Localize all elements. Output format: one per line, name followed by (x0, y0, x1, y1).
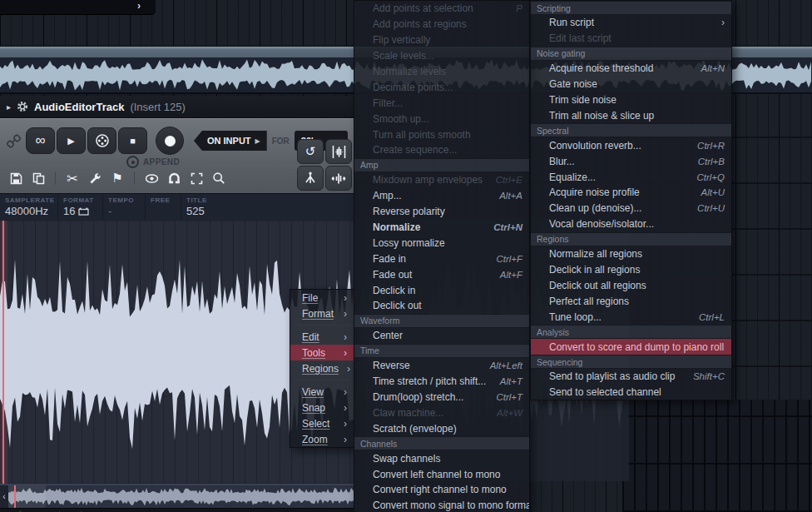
toolbar-separator (55, 171, 56, 185)
menu-item-normalize-all-regions[interactable]: Normalize all regions (531, 246, 731, 262)
link-icon[interactable] (7, 134, 21, 148)
reel-button[interactable] (87, 127, 116, 154)
copy-button[interactable] (31, 171, 46, 186)
append-radio[interactable] (126, 156, 139, 168)
play-button[interactable]: ▶ (57, 127, 86, 154)
menu-separator (290, 376, 354, 384)
overview-scroll-left-button[interactable]: ‹ (0, 485, 8, 508)
menu-item-format[interactable]: Format› (290, 306, 354, 321)
free-label: FREE (151, 196, 181, 204)
edison-infobar: SAMPLERATE 48000Hz FORMAT 16 TEMPO - FRE… (0, 193, 354, 221)
context-menu-main: File›Format›Edit›Tools›Regions›View›Snap… (290, 289, 354, 448)
menu-item-declick-in[interactable]: Declick in (354, 282, 529, 298)
claw-machine-button[interactable] (297, 166, 324, 191)
menu-item-convert-left-channel-to-mono[interactable]: Convert left channel to mono (354, 466, 529, 482)
zoom-button[interactable] (211, 171, 226, 186)
record-mode-dropdown[interactable]: ON INPUT ▶ (194, 131, 267, 151)
menu-item-zoom[interactable]: Zoom› (290, 431, 354, 447)
menu-item-equalize[interactable]: Equalize...Ctrl+Q (531, 169, 731, 185)
select-marquee-button[interactable] (189, 171, 204, 186)
cut-button[interactable]: ✂ (65, 171, 80, 186)
record-button[interactable] (156, 127, 184, 155)
menu-item-edit-last-script: Edit last script (531, 31, 731, 47)
menu-item-regions[interactable]: Regions› (290, 360, 354, 376)
tempo-value[interactable]: - (108, 205, 145, 217)
menu-item-clean-up-denoise[interactable]: Clean up (denoise)...Ctrl+U (531, 201, 731, 216)
menu-item-scratch-envelope[interactable]: Scratch (envelope) (354, 420, 529, 436)
playhead[interactable] (2, 221, 4, 484)
bottom-bar-glyph: · · ¦ · · (51, 510, 69, 512)
edison-toolbar: ∞ ▶ ■ ON INPUT ▶ FOR 30' ▶ (0, 118, 354, 193)
menu-item-center[interactable]: Center (354, 328, 529, 344)
menu-item-perfect-all-regions[interactable]: Perfect all regions (531, 293, 731, 309)
menu-item-declick-out[interactable]: Declick out (354, 298, 529, 314)
submenu-arrow-icon: › (344, 292, 347, 304)
menu-separator (290, 321, 354, 329)
submenu-arrow-icon: › (344, 308, 347, 320)
menu-item-declick-in-all-regions[interactable]: Declick in all regions (531, 262, 731, 278)
menu-item-swap-channels[interactable]: Swap channels (354, 450, 529, 466)
menu-item-gate-noise[interactable]: Gate noise (531, 77, 731, 92)
menu-item-fade-in[interactable]: Fade inCtrl+F (354, 251, 529, 266)
menu-item-reverse[interactable]: ReverseAlt+Left (354, 358, 529, 374)
view-eye-button[interactable] (144, 171, 159, 186)
menu-shortcut: Ctrl+R (697, 141, 725, 151)
menu-shortcut: Ctrl+N (493, 222, 522, 232)
menu-item-snap[interactable]: Snap› (290, 400, 354, 415)
title-value[interactable]: 525 (186, 205, 354, 217)
menu-item-send-to-playlist-as-audio-clip[interactable]: Send to playlist as audio clipShift+C (531, 369, 731, 385)
menu-item-send-to-selected-channel[interactable]: Send to selected channel (531, 385, 731, 400)
overview-scrollbar[interactable]: ‹ (0, 484, 354, 508)
menu-item-acquire-noise-profile[interactable]: Acquire noise profileAlt+U (531, 185, 731, 201)
menu-item-fade-out[interactable]: Fade outAlt+F (354, 266, 529, 282)
free-field: FREE (145, 194, 181, 221)
menu-item-normalize[interactable]: NormalizeCtrl+N (354, 220, 529, 236)
expand-chevron-icon[interactable]: › (137, 0, 141, 12)
marker-flag-button[interactable]: ⚑ (110, 171, 125, 186)
menu-item-tools[interactable]: Tools› (290, 345, 354, 360)
menu-item-reverse-polarity[interactable]: Reverse polarity (354, 204, 529, 220)
menu-item-convolution-reverb[interactable]: Convolution reverb...Ctrl+R (531, 137, 731, 153)
menu-shortcut: Alt+A (499, 191, 522, 201)
menu-item-edit[interactable]: Edit› (290, 329, 354, 345)
menu-item-lossy-normalize[interactable]: Lossy normalize (354, 235, 529, 251)
samplerate-value[interactable]: 48000Hz (5, 205, 57, 217)
menu-item-convert-right-channel-to-mono[interactable]: Convert right channel to mono (354, 482, 529, 498)
declick-loop-button[interactable]: ↺ (297, 139, 324, 164)
menu-item-declick-out-all-regions[interactable]: Declick out all regions (531, 277, 731, 293)
time-stretch-button[interactable] (325, 166, 352, 191)
format-value[interactable]: 16 (63, 205, 102, 217)
menu-item-decimate-points: Decimate points... (354, 79, 529, 95)
menu-item-convert-mono-signal-to-mono-format[interactable]: Convert mono signal to mono format (354, 498, 529, 512)
menu-item-run-script[interactable]: Run script› (531, 15, 731, 31)
menu-shortcut: Alt+U (701, 187, 725, 197)
loop-button[interactable]: ∞ (26, 127, 55, 154)
menu-item-tune-loop[interactable]: Tune loop...Ctrl+L (531, 309, 731, 325)
menu-item-view[interactable]: View› (290, 384, 354, 400)
for-label: FOR (272, 137, 290, 146)
tools-wrench-button[interactable] (87, 171, 102, 186)
stop-button[interactable]: ■ (118, 127, 147, 154)
menu-item-amp[interactable]: Amp...Alt+A (354, 188, 529, 204)
menu-item-trim-side-noise[interactable]: Trim side noise (531, 92, 731, 108)
save-button[interactable] (8, 171, 23, 186)
append-option[interactable]: APPEND (126, 156, 180, 168)
menu-item-file[interactable]: File› (290, 290, 354, 306)
menu-item-trim-all-noise-slice-up[interactable]: Trim all noise & slice up (531, 107, 731, 123)
normalize-button[interactable] (325, 139, 352, 164)
menu-item-blur[interactable]: Blur...Ctrl+B (531, 153, 731, 169)
window-menu-arrow-icon[interactable]: ▸ (7, 102, 11, 112)
edison-titlebar[interactable]: ▸ AudioEditorTrack (Insert 125) (0, 96, 354, 118)
menu-item-time-stretch-pitch-shift[interactable]: Time stretch / pitch shift...Alt+T (354, 374, 529, 390)
menu-item-acquire-noise-threshold[interactable]: Acquire noise thresholdAlt+N (531, 61, 731, 77)
context-menu-tools-scripts: ScriptingRun script›Edit last scriptNois… (530, 0, 732, 400)
gear-icon[interactable] (17, 101, 28, 112)
record-mode-value: ON INPUT (207, 136, 251, 146)
menu-item-drum-loop-stretch[interactable]: Drum(loop) stretch...Ctrl+T (354, 390, 529, 405)
menu-item-convert-to-score-and-dump-to-piano-roll[interactable]: Convert to score and dump to piano roll (531, 339, 731, 355)
menu-item-vocal-denoise-isolator[interactable]: Vocal denoise/isolator... (531, 216, 731, 232)
menu-item-select[interactable]: Select› (290, 415, 354, 431)
snap-magnet-button[interactable] (166, 171, 181, 186)
menu-item-claw-machine: Claw machine...Alt+W (354, 405, 529, 420)
submenu-arrow-icon: › (344, 402, 347, 414)
